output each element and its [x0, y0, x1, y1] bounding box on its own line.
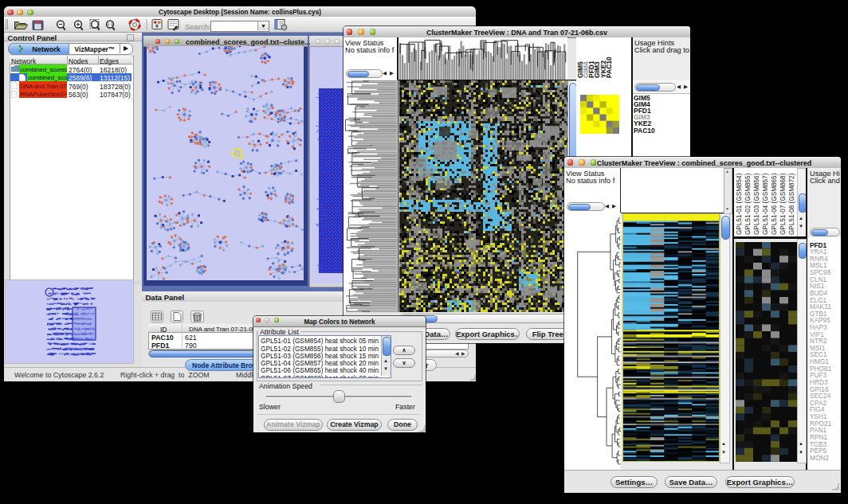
svg-text:GPL51-03 (GSM856): GPL51-03 (GSM856) — [753, 173, 760, 235]
svg-text:GPL51-06 (GSM865): GPL51-06 (GSM865) — [771, 173, 778, 235]
svg-text:GPL51-04 (GSM857): GPL51-04 (GSM857) — [762, 173, 769, 235]
svg-text:1:1: 1:1 — [108, 21, 113, 26]
svg-text:GPL51-07 (GSM868): GPL51-07 (GSM868) — [779, 173, 787, 235]
svg-text:GPL51-08 (GSM872): GPL51-08 (GSM872) — [788, 173, 795, 235]
svg-text:PAC10: PAC10 — [605, 57, 613, 78]
svg-text:GPL51-02 (GSM855): GPL51-02 (GSM855) — [744, 173, 752, 235]
svg-text:GPL51-01 (GSM854): GPL51-01 (GSM854) — [736, 173, 743, 235]
